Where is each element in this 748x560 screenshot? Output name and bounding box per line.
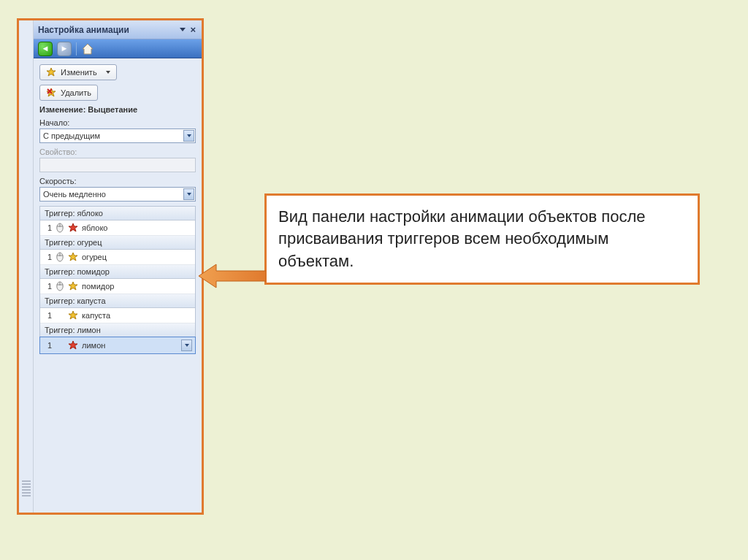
svg-marker-0 (83, 44, 93, 54)
change-button[interactable]: Изменить (39, 64, 117, 80)
panel-content: Изменить Удалить Изменение: Выц (34, 58, 202, 513)
property-select (39, 158, 196, 172)
speed-select[interactable]: Очень медленно (39, 187, 196, 202)
trigger-row[interactable]: 1помидор (40, 279, 195, 294)
trigger-label: капуста (82, 311, 110, 320)
delete-button[interactable]: Удалить (39, 85, 98, 101)
panel-menu-icon[interactable] (180, 28, 186, 31)
speed-label: Скорость: (39, 177, 196, 185)
effect-star-icon (68, 281, 78, 291)
svg-marker-1 (47, 68, 56, 76)
panel-side-strip (19, 20, 34, 513)
effect-star-icon (68, 223, 78, 233)
start-label: Начало: (39, 118, 196, 127)
trigger-label: яблоко (82, 223, 107, 232)
nav-forward-button[interactable]: ► (57, 42, 72, 56)
svg-marker-18 (69, 341, 77, 349)
trigger-row[interactable]: 1лимон (39, 337, 196, 354)
panel-title: Настройка анимации (38, 25, 177, 35)
chevron-down-icon (183, 130, 194, 142)
effect-section-title: Изменение: Выцветание (39, 105, 196, 114)
start-select[interactable]: С предыдущим (39, 129, 196, 143)
change-button-label: Изменить (61, 68, 97, 77)
description-callout: Вид панели настройки анимации объектов п… (264, 193, 700, 285)
home-icon (81, 43, 94, 55)
trigger-row[interactable]: 1капуста (40, 308, 195, 323)
trigger-header: Триггер: капуста (40, 294, 195, 308)
svg-marker-8 (69, 223, 77, 231)
trigger-index: 1 (43, 282, 52, 291)
effect-star-icon (68, 252, 78, 262)
svg-marker-19 (199, 264, 266, 288)
trigger-index: 1 (43, 253, 52, 261)
drag-handle-icon[interactable] (22, 480, 31, 498)
trigger-label: помидор (82, 282, 114, 291)
delete-button-label: Удалить (61, 88, 91, 97)
trigger-label: огурец (82, 253, 107, 261)
pointer-arrow-icon (199, 261, 266, 291)
arrow-left-icon: ◄ (42, 45, 50, 53)
panel-titlebar: Настройка анимации × (34, 20, 202, 39)
trigger-index: 1 (43, 341, 52, 350)
nav-home-button[interactable] (81, 43, 94, 55)
svg-marker-17 (69, 311, 77, 319)
trigger-header: Триггер: огурец (40, 236, 195, 250)
trigger-header: Триггер: лимон (40, 323, 195, 337)
mouse-icon (56, 281, 64, 291)
mouse-icon (56, 223, 64, 233)
trigger-index: 1 (43, 311, 52, 320)
mouse-icon (56, 252, 64, 262)
panel-navbar: ◄ ► (34, 39, 202, 58)
effect-star-icon (68, 340, 78, 350)
effect-star-icon (46, 67, 56, 77)
nav-separator (76, 42, 77, 55)
panel-main: Настройка анимации × ◄ ► Изменить (34, 20, 202, 513)
chevron-down-icon (106, 71, 110, 74)
arrow-right-icon: ► (61, 45, 69, 53)
trigger-header: Триггер: помидор (40, 265, 195, 279)
speed-select-value: Очень медленно (43, 190, 183, 199)
trigger-header: Триггер: яблоко (40, 207, 195, 220)
property-label: Свойство: (39, 147, 196, 156)
animation-panel: Настройка анимации × ◄ ► Изменить (17, 18, 204, 515)
chevron-down-icon[interactable] (181, 340, 192, 351)
trigger-label: лимон (82, 341, 105, 350)
close-icon[interactable]: × (188, 24, 197, 35)
trigger-row[interactable]: 1огурец (40, 250, 195, 265)
nav-back-button[interactable]: ◄ (38, 42, 53, 56)
start-select-value: С предыдущим (43, 131, 183, 140)
trigger-row[interactable]: 1яблоко (40, 220, 195, 236)
effect-star-icon (68, 310, 78, 321)
chevron-down-icon (183, 188, 194, 200)
trigger-list: Триггер: яблоко1яблокоТриггер: огурец1ог… (39, 206, 196, 354)
delete-icon (46, 88, 56, 98)
svg-marker-16 (69, 282, 77, 290)
trigger-index: 1 (43, 223, 52, 232)
svg-marker-12 (69, 253, 77, 261)
